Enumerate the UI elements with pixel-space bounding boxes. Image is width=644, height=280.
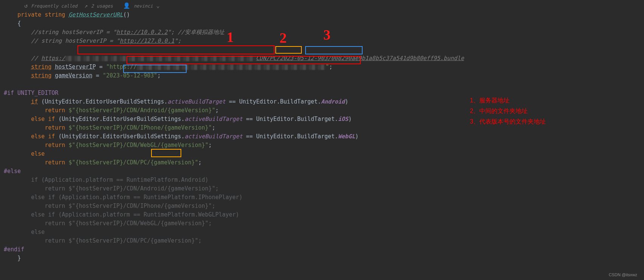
code-line-elseif-ios: else if (UnityEditor.EditorUserBuildSett…: [4, 115, 644, 124]
code-line-else-4: return $"{hostServerIP}/CDN/IPhone/{game…: [4, 202, 644, 210]
note-3: 3、代表版本号的文件夹地址: [470, 116, 546, 127]
note-2: 2、中间的文件夹地址: [470, 106, 546, 116]
code-line-blank2: [4, 80, 644, 89]
code-line-ret-iphone: return $"{hostServerIP}/CDN/IPhone/{game…: [4, 124, 644, 132]
code-line-signature: private string GetHostServerURL(): [4, 11, 644, 19]
code-line-else-3: else if (Application.platform == Runtime…: [4, 193, 644, 202]
code-line-else-8: return $"{hostServerIP}/CDN/PC/{gameVers…: [4, 237, 644, 245]
note-1: 1、服务器地址: [470, 95, 546, 106]
code-line-else-5: else if (Application.platform == Runtime…: [4, 210, 644, 219]
annotation-notes: 1、服务器地址 2、中间的文件夹地址 3、代表版本号的文件夹地址: [470, 95, 546, 127]
code-line-else-2: return $"{hostServerIP}/CDN/Android/{gam…: [4, 184, 644, 193]
code-line-pp-if: #if UNITY_EDITOR: [4, 89, 644, 97]
code-line-ret-pc: return $"{hostServerIP}/CDN/PC/{gameVers…: [4, 158, 644, 167]
code-line-elseif-webgl: else if (UnityEditor.EditorUserBuildSett…: [4, 132, 644, 141]
code-line-if-android: if (UnityEditor.EditorUserBuildSettings.…: [4, 97, 644, 106]
code-line-hints: ↺ Frequently called ↗ 2 usages 👤 nevinci…: [4, 2, 644, 11]
code-line-comment3: // https:/CDN/PC/2023-05-12-903/008290ae…: [4, 54, 644, 63]
code-line-ret-android: return $"{hostServerIP}/CDN/Android/{gam…: [4, 106, 644, 115]
code-line-hostip: string hostServerIP = "https://";: [4, 63, 644, 71]
code-line-pp-else: #else: [4, 167, 644, 176]
watermark: CSDN @itsxwz: [609, 272, 637, 277]
code-line-gameversion: string gameVersion = "2023-05-12-903";: [4, 71, 644, 80]
code-line-else: else: [4, 150, 644, 158]
code-line-else-7: else: [4, 228, 644, 237]
code-line-ret-webgl: return $"{hostServerIP}/CDN/WebGL/{gameV…: [4, 141, 644, 150]
code-line-comment2: // string hostServerIP = "http://127.0.0…: [4, 37, 644, 45]
code-line-else-1: if (Application.platform == RuntimePlatf…: [4, 176, 644, 184]
code-editor[interactable]: ↺ Frequently called ↗ 2 usages 👤 nevinci…: [0, 0, 644, 263]
code-line-comment1: //string hostServerIP = "http://10.0.2.2…: [4, 28, 644, 37]
code-line-open-brace: {: [4, 19, 644, 28]
code-line-blank: [4, 45, 644, 54]
code-line-close-brace: }: [4, 254, 644, 263]
code-line-pp-endif: #endif: [4, 245, 644, 254]
code-line-else-6: return $"{hostServerIP}/CDN/WebGL/{gameV…: [4, 219, 644, 228]
